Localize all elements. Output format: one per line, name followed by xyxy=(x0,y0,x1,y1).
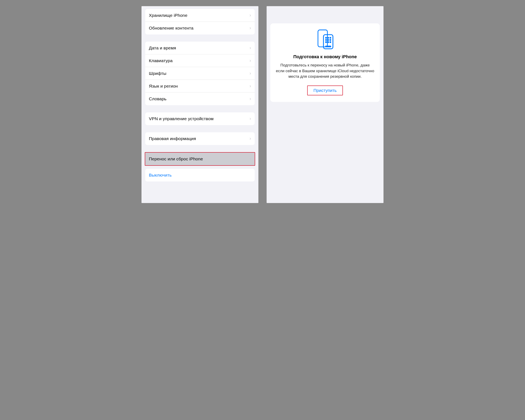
settings-panel: Хранилище iPhone › Обновление контента ›… xyxy=(141,6,258,203)
settings-group-legal: Правовая информация › xyxy=(145,132,255,145)
row-label: Правовая информация xyxy=(149,136,196,141)
row-keyboard[interactable]: Клавиатура › xyxy=(145,54,255,67)
row-language-region[interactable]: Язык и регион › xyxy=(145,80,255,93)
settings-group-transfer-highlighted: Перенос или сброс iPhone › xyxy=(145,152,255,166)
chevron-right-icon: › xyxy=(250,58,251,63)
prepare-new-iphone-card: Подготовка к новому iPhone Подготовьтесь… xyxy=(270,23,380,102)
card-body: Подготовьтесь к переносу на новый iPhone… xyxy=(276,62,375,79)
row-label: Хранилище iPhone xyxy=(149,13,188,18)
svg-rect-10 xyxy=(328,41,329,43)
devices-icon xyxy=(315,29,335,50)
chevron-right-icon: › xyxy=(250,84,251,89)
row-iphone-storage[interactable]: Хранилище iPhone › xyxy=(145,9,255,22)
chevron-right-icon: › xyxy=(250,25,251,31)
row-label: Перенос или сброс iPhone xyxy=(149,157,203,161)
svg-rect-6 xyxy=(325,39,327,41)
svg-rect-7 xyxy=(328,39,329,41)
chevron-right-icon: › xyxy=(250,156,251,162)
row-date-time[interactable]: Дата и время › xyxy=(145,42,255,54)
row-legal[interactable]: Правовая информация › xyxy=(145,132,255,145)
transfer-panel: Подготовка к новому iPhone Подготовьтесь… xyxy=(267,6,384,203)
row-shutdown[interactable]: Выключить xyxy=(145,169,255,181)
chevron-right-icon: › xyxy=(250,96,251,102)
chevron-right-icon: › xyxy=(250,116,251,121)
settings-group-vpn: VPN и управление устройством › xyxy=(145,112,255,125)
card-title: Подготовка к новому iPhone xyxy=(276,54,375,59)
row-transfer-or-reset[interactable]: Перенос или сброс iPhone › xyxy=(145,153,255,165)
row-label: Шрифты xyxy=(149,71,166,76)
settings-group-shutdown: Выключить xyxy=(145,169,255,181)
settings-group-general: Дата и время › Клавиатура › Шрифты › Язы… xyxy=(145,42,255,105)
row-label: Язык и регион xyxy=(149,84,178,89)
svg-rect-9 xyxy=(325,41,327,43)
chevron-right-icon: › xyxy=(250,13,251,18)
row-label: VPN и управление устройством xyxy=(149,116,214,121)
svg-rect-11 xyxy=(329,41,331,43)
chevron-right-icon: › xyxy=(250,45,251,51)
svg-rect-12 xyxy=(325,46,331,47)
svg-rect-5 xyxy=(329,37,331,38)
row-label: Выключить xyxy=(149,173,172,177)
row-dictionary[interactable]: Словарь › xyxy=(145,93,255,105)
svg-rect-4 xyxy=(328,37,329,38)
row-label: Дата и время xyxy=(149,46,176,50)
row-background-refresh[interactable]: Обновление контента › xyxy=(145,22,255,35)
chevron-right-icon: › xyxy=(250,71,251,76)
svg-rect-3 xyxy=(325,37,327,38)
svg-rect-8 xyxy=(329,39,331,41)
get-started-button[interactable]: Приступить xyxy=(307,85,343,95)
row-label: Обновление контента xyxy=(149,26,193,31)
row-fonts[interactable]: Шрифты › xyxy=(145,67,255,80)
row-label: Словарь xyxy=(149,96,167,101)
row-label: Клавиатура xyxy=(149,58,173,63)
row-vpn-device-management[interactable]: VPN и управление устройством › xyxy=(145,112,255,125)
chevron-right-icon: › xyxy=(250,136,251,141)
settings-group-storage: Хранилище iPhone › Обновление контента › xyxy=(145,9,255,35)
